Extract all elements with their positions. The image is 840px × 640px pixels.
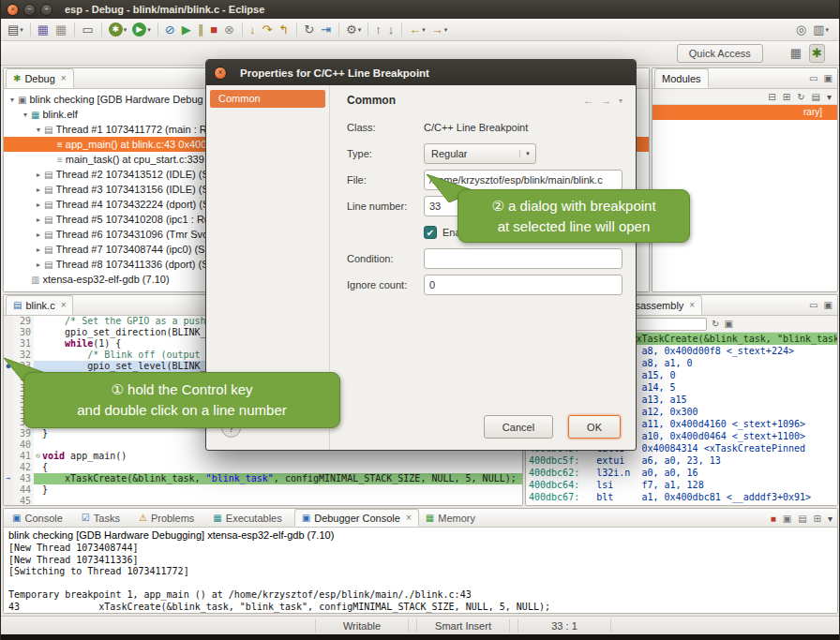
back-icon[interactable]: ← — [583, 95, 593, 106]
show-source-icon[interactable]: ▣ — [724, 319, 732, 329]
toolbar-separator[interactable] — [338, 22, 339, 37]
expander-icon[interactable]: ▸ — [34, 186, 43, 194]
close-icon[interactable]: × — [689, 300, 695, 310]
clear-console-icon[interactable]: ▤ — [798, 513, 806, 524]
console-body[interactable]: blink checking [GDB Hardware Debugging] … — [4, 528, 837, 613]
refresh-icon[interactable]: ↻ — [712, 319, 719, 329]
enabled-checkbox[interactable]: ✔ — [424, 226, 437, 239]
line-number[interactable]: 43 — [13, 473, 34, 484]
window-minimize-icon[interactable]: − — [23, 4, 36, 16]
line-number[interactable]: 41 — [13, 451, 34, 462]
collapse-all-icon[interactable]: ⊟ — [768, 92, 775, 102]
expander-icon[interactable]: ▸ — [34, 231, 43, 239]
window-maximize-icon[interactable]: + — [40, 4, 52, 16]
forward-icon[interactable]: → — [601, 95, 611, 106]
chevron-down-icon[interactable]: ▾ — [519, 150, 535, 157]
expander-icon[interactable]: ▸ — [34, 246, 43, 254]
tab-blink-c[interactable]: ▤ blink.c × — [6, 295, 73, 315]
chevron-down-icon[interactable]: ▾ — [619, 97, 622, 105]
tab-modules[interactable]: Modules — [654, 68, 709, 88]
expander-icon[interactable]: ▸ — [34, 201, 43, 209]
fold-icon[interactable] — [34, 316, 42, 327]
line-number[interactable]: 42 — [13, 462, 34, 473]
open-perspective-icon[interactable]: ▦ — [788, 44, 803, 63]
fold-icon[interactable]: ⊖ — [34, 451, 42, 462]
cancel-button[interactable]: Cancel — [484, 415, 553, 439]
maximize-icon[interactable]: ▣ — [824, 300, 832, 310]
minimize-icon[interactable]: ▭ — [809, 73, 818, 83]
expander-icon[interactable]: ▸ — [34, 216, 43, 224]
fold-icon[interactable] — [34, 496, 42, 506]
line-number[interactable]: 45 — [13, 496, 34, 506]
fold-icon[interactable] — [34, 439, 42, 451]
code-line[interactable]: 45 — [4, 496, 522, 506]
expander-icon[interactable]: ▾ — [21, 111, 30, 119]
disconnect-icon[interactable]: ⊗ — [222, 21, 237, 39]
close-icon[interactable]: × — [61, 73, 67, 83]
annotations-icon[interactable]: ▥▾ — [811, 21, 831, 39]
asm-line[interactable]: 400dbc62: l32i.n a0, a0, 16 — [526, 467, 837, 479]
instruction-step-icon[interactable]: ⇥ — [319, 21, 334, 39]
marker-bar[interactable] — [4, 316, 13, 327]
save-icon[interactable]: ▦ — [36, 21, 52, 39]
expander-icon[interactable]: ▸ — [34, 171, 43, 179]
line-number[interactable]: 44 — [13, 484, 34, 496]
step-into-icon[interactable]: ↓ — [248, 21, 259, 39]
expander-icon[interactable]: ▾ — [34, 126, 43, 134]
toolbar-separator[interactable] — [401, 22, 402, 37]
console-tab[interactable]: ▦ Memory — [419, 509, 488, 527]
fold-icon[interactable] — [34, 338, 42, 350]
next-annotation-icon[interactable]: ↓ — [386, 21, 398, 39]
step-over-icon[interactable]: ↷ — [260, 21, 275, 39]
marker-bar[interactable]: → — [4, 473, 13, 484]
toolbar-separator[interactable] — [158, 22, 158, 37]
new-wizard-icon[interactable]: ▤▾ — [6, 21, 25, 39]
suspend-icon[interactable]: ∥ — [196, 21, 207, 39]
marker-bar[interactable] — [4, 428, 13, 439]
close-icon[interactable]: × — [61, 300, 67, 310]
toolbar-separator[interactable] — [296, 22, 297, 37]
line-number[interactable]: 39 — [13, 428, 34, 439]
toolbar-separator[interactable] — [368, 22, 368, 37]
type-select[interactable]: Regular ▾ — [424, 143, 536, 164]
line-number[interactable]: 29 — [13, 316, 34, 327]
expand-all-icon[interactable]: ⊞ — [783, 92, 790, 102]
prev-annotation-icon[interactable]: ↑ — [373, 21, 384, 39]
fold-icon[interactable] — [34, 484, 42, 496]
forward-icon[interactable]: →▾ — [429, 21, 450, 39]
dialog-close-icon[interactable]: × — [214, 67, 227, 80]
marker-bar[interactable] — [4, 451, 13, 462]
step-return-icon[interactable]: ↰ — [277, 21, 292, 39]
remove-launch-icon[interactable]: ▣ — [783, 513, 791, 524]
quick-access-button[interactable]: Quick Access — [677, 44, 763, 63]
code-line[interactable]: 42 { — [4, 462, 522, 473]
view-menu-icon[interactable]: ▾ — [827, 92, 832, 102]
sidebar-item-common[interactable]: Common — [210, 90, 325, 108]
code-line[interactable]: 44 } — [4, 484, 522, 496]
toolbar-separator[interactable] — [30, 22, 31, 37]
terminate-icon[interactable]: ■ — [208, 21, 220, 39]
expander-icon[interactable]: ▸ — [34, 260, 43, 269]
code-line[interactable]: 41 ⊖ void app_main() — [4, 451, 522, 462]
fold-icon[interactable] — [34, 327, 42, 338]
fold-icon[interactable] — [34, 473, 42, 484]
console-tab[interactable]: ▣ Console — [6, 509, 75, 527]
marker-bar[interactable] — [4, 327, 13, 338]
toolbar-separator[interactable] — [101, 22, 102, 37]
expander-icon[interactable]: ▾ — [8, 96, 17, 104]
fold-icon[interactable] — [34, 428, 42, 439]
debug-icon[interactable]: ✱▾ — [107, 21, 129, 39]
resume-icon[interactable]: ▶ — [180, 21, 194, 39]
marker-bar[interactable] — [4, 462, 13, 473]
console-menu-icon[interactable]: ▾ — [828, 513, 832, 524]
console-tab[interactable]: ☑ Tasks — [75, 509, 132, 527]
asm-line[interactable]: 400dbc5f: extui a6, a0, 23, 13 — [526, 454, 837, 467]
marker-bar[interactable] — [4, 406, 13, 417]
layout-icon[interactable]: ▤ — [812, 92, 820, 102]
asm-line[interactable]: 400dbc67: blt a1, 0x400dbc81 <__adddf3+0… — [526, 491, 837, 503]
condition-field[interactable] — [424, 248, 622, 269]
console-tab[interactable]: ⚠ Problems — [132, 509, 206, 527]
marker-bar[interactable] — [4, 394, 13, 406]
search-icon[interactable]: ◎ — [794, 21, 809, 39]
line-number[interactable]: 30 — [13, 327, 34, 338]
